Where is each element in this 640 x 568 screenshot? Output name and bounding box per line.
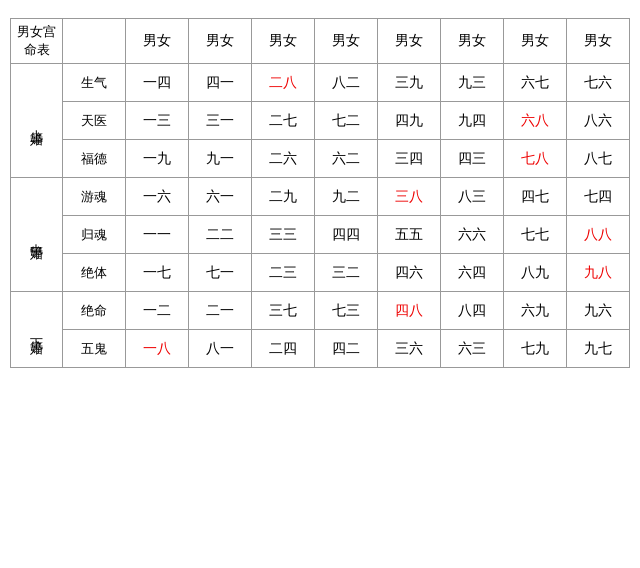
cell-1-0-1: 六一 — [189, 178, 252, 216]
cell-0-0-2: 二八 — [252, 64, 315, 102]
cell-0-2-4: 三四 — [378, 140, 441, 178]
cell-0-0-6: 六七 — [504, 64, 567, 102]
table-row: 上等婚生气一四四一二八八二三九九三六七七六 — [11, 64, 630, 102]
cell-0-0-5: 九三 — [441, 64, 504, 102]
cell-0-1-1: 三一 — [189, 102, 252, 140]
cell-0-0-3: 八二 — [315, 64, 378, 102]
cell-2-1-2: 二四 — [252, 330, 315, 368]
cell-0-2-3: 六二 — [315, 140, 378, 178]
sub-label-0-0: 生气 — [63, 64, 126, 102]
sub-label-0-2: 福德 — [63, 140, 126, 178]
cell-1-1-4: 五五 — [378, 216, 441, 254]
cell-0-1-2: 二七 — [252, 102, 315, 140]
cell-1-1-0: 一一 — [126, 216, 189, 254]
col-header-6: 男女 — [504, 19, 567, 64]
cell-0-1-3: 七二 — [315, 102, 378, 140]
cell-0-1-0: 一三 — [126, 102, 189, 140]
cell-0-1-7: 八六 — [567, 102, 630, 140]
cell-1-1-6: 七七 — [504, 216, 567, 254]
cell-2-0-5: 八四 — [441, 292, 504, 330]
cell-2-0-6: 六九 — [504, 292, 567, 330]
table-row: 下等婚绝命一二二一三七七三四八八四六九九六 — [11, 292, 630, 330]
cell-0-1-5: 九四 — [441, 102, 504, 140]
cell-1-2-0: 一七 — [126, 254, 189, 292]
cell-1-2-3: 三二 — [315, 254, 378, 292]
cell-2-0-3: 七三 — [315, 292, 378, 330]
cell-2-0-7: 九六 — [567, 292, 630, 330]
tier-label-1: 中等婚 — [11, 178, 63, 292]
sublabel-header — [63, 19, 126, 64]
cell-2-1-1: 八一 — [189, 330, 252, 368]
cell-0-2-5: 四三 — [441, 140, 504, 178]
cell-1-0-6: 四七 — [504, 178, 567, 216]
cell-1-0-3: 九二 — [315, 178, 378, 216]
cell-2-1-7: 九七 — [567, 330, 630, 368]
cell-2-1-4: 三六 — [378, 330, 441, 368]
cell-1-0-2: 二九 — [252, 178, 315, 216]
cell-1-2-4: 四六 — [378, 254, 441, 292]
cell-0-2-6: 七八 — [504, 140, 567, 178]
tier-label-2: 下等婚 — [11, 292, 63, 368]
tier-label-0: 上等婚 — [11, 64, 63, 178]
cell-1-0-5: 八三 — [441, 178, 504, 216]
table-row: 中等婚游魂一六六一二九九二三八八三四七七四 — [11, 178, 630, 216]
cell-0-2-7: 八七 — [567, 140, 630, 178]
col-header-5: 男女 — [441, 19, 504, 64]
cell-1-1-3: 四四 — [315, 216, 378, 254]
cell-0-0-4: 三九 — [378, 64, 441, 102]
sub-label-2-1: 五鬼 — [63, 330, 126, 368]
cell-0-0-7: 七六 — [567, 64, 630, 102]
cell-2-0-4: 四八 — [378, 292, 441, 330]
cell-0-2-1: 九一 — [189, 140, 252, 178]
sub-label-1-2: 绝体 — [63, 254, 126, 292]
sub-label-1-0: 游魂 — [63, 178, 126, 216]
cell-2-1-0: 一八 — [126, 330, 189, 368]
col-header-1: 男女 — [189, 19, 252, 64]
cell-0-2-2: 二六 — [252, 140, 315, 178]
cell-1-2-2: 二三 — [252, 254, 315, 292]
table-row: 归魂一一二二三三四四五五六六七七八八 — [11, 216, 630, 254]
cell-1-1-7: 八八 — [567, 216, 630, 254]
sub-label-2-0: 绝命 — [63, 292, 126, 330]
cell-1-2-6: 八九 — [504, 254, 567, 292]
cell-1-2-7: 九八 — [567, 254, 630, 292]
cell-0-0-1: 四一 — [189, 64, 252, 102]
sub-label-1-1: 归魂 — [63, 216, 126, 254]
cell-1-0-7: 七四 — [567, 178, 630, 216]
cell-2-0-0: 一二 — [126, 292, 189, 330]
cell-1-0-4: 三八 — [378, 178, 441, 216]
cell-2-1-3: 四二 — [315, 330, 378, 368]
cell-0-0-0: 一四 — [126, 64, 189, 102]
cell-0-2-0: 一九 — [126, 140, 189, 178]
cell-1-2-5: 六四 — [441, 254, 504, 292]
sub-label-0-1: 天医 — [63, 102, 126, 140]
cell-1-2-1: 七一 — [189, 254, 252, 292]
cell-1-1-5: 六六 — [441, 216, 504, 254]
cell-2-0-2: 三七 — [252, 292, 315, 330]
cell-2-1-5: 六三 — [441, 330, 504, 368]
col-header-4: 男女 — [378, 19, 441, 64]
cell-1-0-0: 一六 — [126, 178, 189, 216]
cell-1-1-1: 二二 — [189, 216, 252, 254]
tier-header: 男女宫命表 — [11, 19, 63, 64]
col-header-2: 男女 — [252, 19, 315, 64]
cell-1-1-2: 三三 — [252, 216, 315, 254]
cell-2-0-1: 二一 — [189, 292, 252, 330]
cell-2-1-6: 七九 — [504, 330, 567, 368]
table-row: 绝体一七七一二三三二四六六四八九九八 — [11, 254, 630, 292]
col-header-3: 男女 — [315, 19, 378, 64]
col-header-7: 男女 — [567, 19, 630, 64]
cell-0-1-6: 六八 — [504, 102, 567, 140]
table-row: 天医一三三一二七七二四九九四六八八六 — [11, 102, 630, 140]
cell-0-1-4: 四九 — [378, 102, 441, 140]
table-row: 福德一九九一二六六二三四四三七八八七 — [11, 140, 630, 178]
col-header-0: 男女 — [126, 19, 189, 64]
table-row: 五鬼一八八一二四四二三六六三七九九七 — [11, 330, 630, 368]
